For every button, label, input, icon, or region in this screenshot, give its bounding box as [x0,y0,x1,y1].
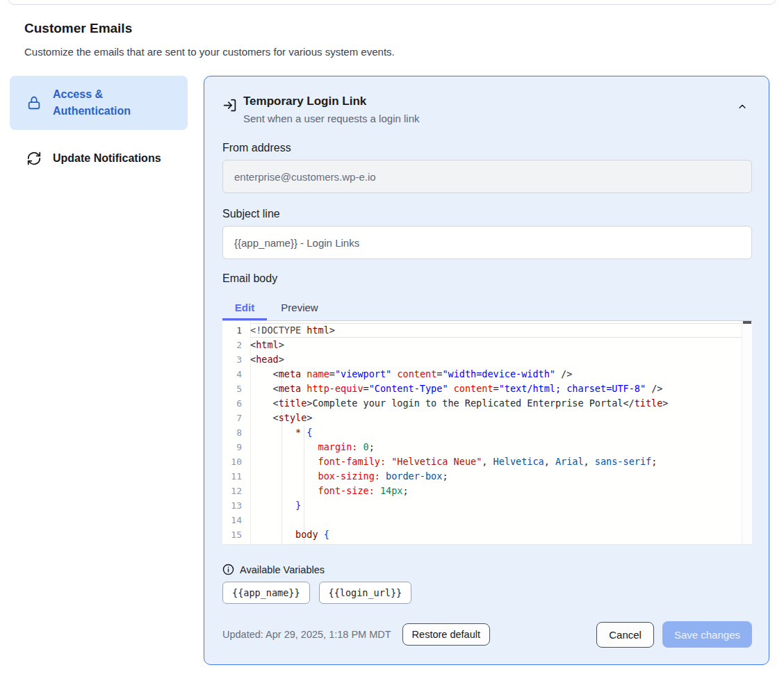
code-text: * { [250,425,312,440]
tab-preview[interactable]: Preview [267,297,332,320]
code-line[interactable]: 4 <meta name="viewport" content="width=d… [222,367,752,381]
line-number: 15 [222,527,250,542]
sidebar-item-access-authentication[interactable]: Access & Authentication [10,76,188,130]
line-number: 4 [222,367,250,381]
info-icon [222,564,234,575]
line-number: 12 [222,484,250,498]
code-line[interactable]: 11 box-sizing: border-box; [222,469,752,484]
code-editor-lines: 1<!DOCTYPE html>2<html>3<head>4 <meta na… [222,321,752,545]
sidebar-item-label: Access & Authentication [53,86,179,120]
code-text: margin: 0; [250,440,375,454]
code-line[interactable]: 8 * { [222,425,752,440]
refresh-icon [26,151,42,166]
line-number: 8 [222,425,250,440]
code-text: <style> [250,411,312,425]
code-line[interactable]: 9 margin: 0; [222,440,752,454]
code-text: <title>Complete your login to the Replic… [250,396,669,411]
code-text: background-color: #f8f8f8; [250,542,465,545]
code-line[interactable]: 12 font-size: 14px; [222,484,752,498]
editor-scrollbar-thumb[interactable] [743,321,751,324]
line-number: 6 [222,396,250,411]
available-variables-row: Available Variables [222,564,752,575]
chevron-up-icon [737,101,748,113]
line-number: 9 [222,440,250,454]
variable-chips: {{app_name}} {{login_url}} [222,582,752,604]
collapse-button[interactable] [733,97,752,117]
sidebar-item-label: Update Notifications [53,150,161,167]
line-number: 11 [222,469,250,484]
login-icon [222,98,237,113]
code-text: font-size: 14px; [250,484,409,498]
code-text: } [250,498,301,513]
code-line[interactable]: 3<head> [222,352,752,367]
previous-card-bottom-edge [8,0,776,5]
code-text: font-family: "Helvetica Neue", Helvetica… [250,454,657,469]
from-address-input[interactable] [222,160,752,193]
save-changes-button[interactable]: Save changes [662,621,752,648]
code-line[interactable]: 2<html> [222,338,752,352]
editor-scrollbar[interactable] [742,321,752,544]
restore-default-button[interactable]: Restore default [402,623,490,646]
panel-subtitle: Sent when a user requests a login link [243,111,726,126]
code-text: <meta name="viewport" content="width=dev… [250,367,572,381]
code-text: body { [250,527,329,542]
variable-chip-app-name[interactable]: {{app_name}} [222,582,310,604]
lock-icon [26,95,42,110]
code-text: <head> [250,352,284,367]
settings-sidebar: Access & Authentication Update Notificat… [10,76,188,175]
code-line[interactable]: 13 } [222,498,752,513]
available-variables-label: Available Variables [240,564,325,575]
line-number: 5 [222,381,250,396]
cancel-button[interactable]: Cancel [596,622,654,648]
tab-edit[interactable]: Edit [222,297,267,320]
panel-title: Temporary Login Link [243,93,726,110]
panel-footer: Updated: Apr 29, 2025, 1:18 PM MDT Resto… [222,621,752,648]
code-line[interactable]: 14 [222,513,752,527]
subject-line-label: Subject line [222,208,752,220]
temporary-login-link-panel: Temporary Login Link Sent when a user re… [204,76,769,665]
code-line[interactable]: 5 <meta http-equiv="Content-Type" conten… [222,381,752,396]
line-number: 14 [222,513,250,527]
updated-timestamp: Updated: Apr 29, 2025, 1:18 PM MDT [222,629,391,640]
email-body-tabs: Edit Preview [222,297,752,321]
line-number: 1 [222,323,250,338]
code-line[interactable]: 10 font-family: "Helvetica Neue", Helvet… [222,454,752,469]
page-title: Customer Emails [24,21,784,36]
line-number: 3 [222,352,250,367]
code-text: <html> [250,338,284,352]
sidebar-item-update-notifications[interactable]: Update Notifications [10,142,188,175]
panel-header: Temporary Login Link Sent when a user re… [222,93,752,126]
variable-chip-login-url[interactable]: {{login_url}} [319,582,412,604]
code-text: box-sizing: border-box; [250,469,448,484]
code-text: <meta http-equiv="Content-Type" content=… [250,381,662,396]
line-number: 10 [222,454,250,469]
code-line[interactable]: 15 body { [222,527,752,542]
email-body-label: Email body [222,272,752,285]
customer-emails-page: Customer Emails Customize the emails tha… [0,0,784,681]
line-number: 2 [222,338,250,352]
from-address-label: From address [222,142,752,154]
line-number: 7 [222,411,250,425]
code-line[interactable]: 1<!DOCTYPE html> [222,323,752,338]
line-number: 13 [222,498,250,513]
code-line[interactable]: 6 <title>Complete your login to the Repl… [222,396,752,411]
line-number: 16 [222,542,250,545]
code-text: <!DOCTYPE html> [250,323,335,338]
code-editor[interactable]: 1<!DOCTYPE html>2<html>3<head>4 <meta na… [222,321,752,545]
subject-line-input[interactable] [222,226,752,259]
code-line[interactable]: 16 background-color: #f8f8f8; [222,542,752,545]
code-line[interactable]: 7 <style> [222,411,752,425]
page-subtitle: Customize the emails that are sent to yo… [24,46,784,58]
